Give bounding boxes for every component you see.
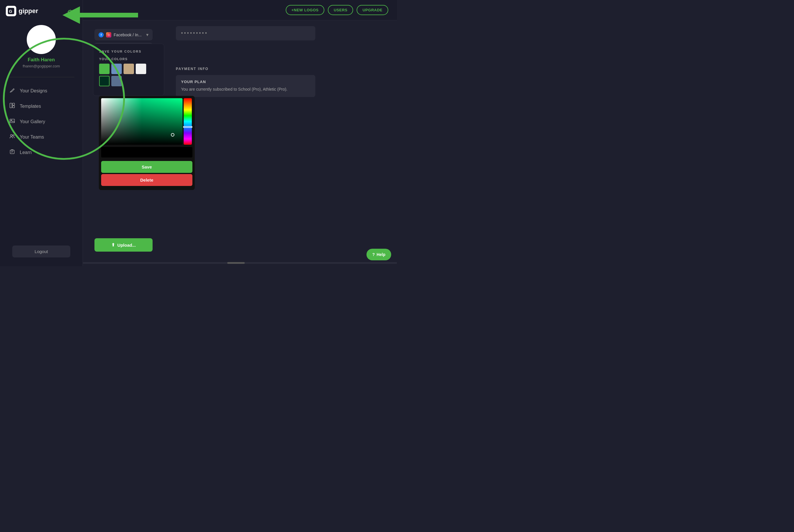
svg-rect-3 [13,103,15,105]
payment-section: PAYMENT INFO YOUR PLAN You are currently… [176,67,388,97]
upload-icon: ⬆ [111,242,115,248]
instagram-icon: ◎ [106,32,111,37]
sidebar-item-templates[interactable]: Templates [0,98,82,114]
payment-section-title: PAYMENT INFO [176,67,388,71]
sidebar-item-your-designs[interactable]: Your Designs [0,83,82,98]
color-picker-popup: #002E1F Save Delete [99,96,195,190]
gallery-icon [9,118,16,125]
users-button[interactable]: USERS [328,5,353,15]
color-swatches [99,64,158,86]
templates-icon [9,102,16,110]
sidebar-item-teams[interactable]: Your Teams [0,129,82,145]
upload-button[interactable]: ⬆ Upload... [94,238,153,252]
swatch-darkgreen[interactable] [99,76,110,86]
plan-info-box: YOUR PLAN You are currently subscribed t… [176,75,315,97]
facebook-instagram-label: Facebook / In... [114,33,144,37]
settings-gear-icon[interactable]: ⚙ [67,8,74,17]
upload-label: Upload... [117,243,136,248]
main-content: f ◎ Facebook / In... ▾ 🐦 Twitter ▾ •••••… [83,20,397,266]
facebook-icon: f [98,32,104,37]
facebook-instagram-dropdown[interactable]: f ◎ Facebook / In... ▾ [94,29,153,40]
user-name: Faith Haren [27,57,55,63]
delete-color-button[interactable]: Delete [101,174,192,186]
svg-text:G: G [9,9,12,14]
avatar [27,25,56,54]
user-email: fharen@gogipper.com [23,64,60,68]
svg-point-8 [13,135,14,136]
header: +NEW LOGOS USERS UPGRADE [83,0,397,20]
nav-label-learn: Learn [20,150,32,155]
svg-rect-4 [13,106,15,108]
help-label: Help [377,252,385,257]
svg-point-7 [11,134,12,136]
plan-desc: You are currently subscribed to School (… [181,86,310,92]
save-colors-title: SAVE YOUR COLORS [99,50,158,53]
sidebar-item-learn[interactable]: Learn [0,145,82,160]
user-profile-section: Faith Haren fharen@gogipper.com [23,25,60,68]
divider [8,77,74,77]
bottom-scrollbar[interactable] [83,262,397,264]
save-color-button[interactable]: Save [101,161,192,173]
upload-button-area: ⬆ Upload... [94,238,153,252]
gipper-logo: G gipper [6,6,38,16]
learn-icon [9,149,16,156]
sidebar: G gipper ⚙ Faith Haren fharen@gogipper.c… [0,0,83,266]
nav-label-designs: Your Designs [20,88,48,94]
nav-label-gallery: Your Gallery [20,119,45,125]
hex-color-input[interactable]: #002E1F [101,147,192,157]
nav-label-templates: Templates [20,104,41,109]
hue-slider[interactable] [184,98,192,145]
upgrade-button[interactable]: UPGRADE [357,5,388,15]
password-field[interactable]: ••••••••• [176,26,315,40]
logout-button[interactable]: Logout [12,246,70,258]
scrollbar-thumb[interactable] [227,262,245,264]
swatch-blue[interactable] [111,64,122,74]
chevron-down-icon: ▾ [146,32,149,37]
sidebar-item-gallery[interactable]: Your Gallery [0,114,82,129]
swatch-steelblue[interactable] [111,76,122,86]
nav-menu: Your Designs Templates Your Gallery [0,80,82,163]
teams-icon [9,133,16,140]
hue-slider-handle[interactable] [183,126,192,128]
gradient-picker-container [99,96,195,145]
designs-icon [9,87,16,94]
svg-rect-2 [10,103,12,108]
swatch-green[interactable] [99,64,110,74]
new-logos-button[interactable]: +NEW LOGOS [286,5,324,15]
gipper-logo-icon: G [6,6,16,16]
save-colors-panel: SAVE YOUR COLORS YOUR COLORS [93,43,164,96]
app-name: gipper [19,7,38,15]
swatch-tan[interactable] [124,64,134,74]
help-button[interactable]: ? Help [366,249,391,260]
plan-title: YOUR PLAN [181,80,310,84]
nav-label-teams: Your Teams [20,134,44,140]
your-colors-label: YOUR COLORS [99,57,158,61]
swatch-white[interactable] [136,64,146,74]
help-circle-icon: ? [372,252,375,257]
